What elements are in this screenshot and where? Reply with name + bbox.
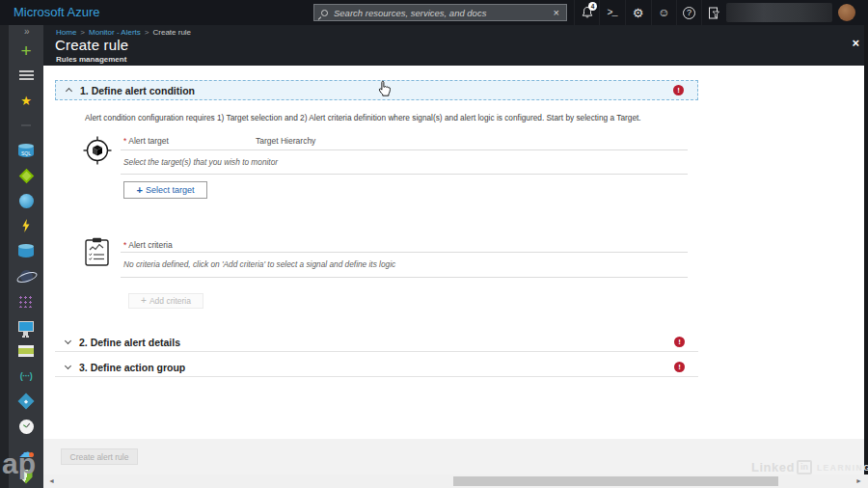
close-icon[interactable]: × (852, 36, 859, 50)
alert-target-icon (82, 135, 113, 166)
divider (121, 174, 688, 175)
managed-applications-icon (18, 168, 34, 183)
select-target-button[interactable]: + Select target (123, 181, 207, 199)
chevron-up-icon (66, 88, 72, 95)
all-services-icon (19, 70, 34, 80)
sql-database-icon (18, 145, 34, 157)
sidebar-item-billing[interactable] (9, 339, 43, 364)
sidebar-item-divider (9, 113, 43, 138)
alert-criteria-icon (84, 237, 110, 267)
notifications-button[interactable]: 4 (574, 0, 599, 25)
section-2-header[interactable]: 2. Define alert details ! (55, 333, 698, 352)
app-services-icon (19, 194, 34, 208)
sidebar-icon-list: +★(···)☁ (9, 38, 43, 488)
target-hierarchy-label: Target Hierarchy (256, 136, 315, 146)
blade-content: 1. Define alert condition ! Alert condit… (43, 66, 864, 488)
traffic-manager-icon (18, 393, 35, 410)
sidebar-item-app-services[interactable] (9, 188, 43, 213)
sidebar-item-database[interactable] (9, 238, 43, 263)
search-icon (321, 10, 328, 16)
section-3-header[interactable]: 3. Define action group ! (55, 358, 698, 377)
section-3-title: 3. Define action group (79, 362, 185, 373)
breadcrumb-separator: > (145, 28, 149, 37)
required-asterisk: * (123, 240, 126, 250)
user-account-blurred (726, 3, 832, 22)
help-button[interactable]: ? (676, 0, 701, 25)
watermark-left: ap (2, 449, 36, 478)
section-1-description: Alert condition configuration requires 1… (85, 113, 641, 122)
plus-icon: + (137, 185, 143, 196)
breadcrumb: Home>Monitor - Alerts>Create rule (56, 28, 191, 37)
horizontal-scrollbar[interactable]: ◄ ► (43, 474, 868, 488)
divider (121, 277, 688, 278)
divider (121, 149, 688, 150)
cloud-shell-button[interactable]: >_ (599, 0, 624, 25)
database-icon (18, 245, 34, 258)
sidebar-edge (0, 25, 9, 488)
cloud-shell-icon: >_ (607, 8, 616, 18)
section-2-title: 2. Define alert details (79, 337, 180, 348)
section-1-header[interactable]: 1. Define alert condition ! (55, 80, 698, 100)
sidebar-item-cosmos-db[interactable] (9, 263, 43, 288)
sidebar-item-function-apps[interactable] (9, 213, 43, 238)
sidebar-item-resource-groups[interactable] (9, 288, 43, 313)
breadcrumb-current: Create rule (152, 28, 191, 37)
chevron-down-icon (65, 363, 71, 369)
azure-logo[interactable]: Microsoft Azure (14, 5, 100, 19)
collapse-sidebar-icon[interactable]: » (24, 26, 30, 37)
scroll-left-icon[interactable]: ◄ (48, 477, 55, 484)
left-sidebar: » +★(···)☁ (0, 25, 43, 488)
settings-button[interactable]: ⚙ (625, 0, 650, 25)
sidebar-item-all-services[interactable] (9, 63, 43, 88)
cosmos-db-icon (20, 270, 33, 283)
monitor-service-icon (19, 420, 34, 434)
alert-target-placeholder: Select the target(s) that you wish to mo… (123, 157, 278, 167)
blade-footer: Create alert rule (43, 439, 864, 474)
add-criteria-button[interactable]: + Add criteria (128, 293, 203, 309)
breadcrumb-separator: > (80, 28, 85, 37)
scroll-right-icon[interactable]: ► (855, 477, 862, 484)
search-clear-icon[interactable]: × (554, 8, 559, 18)
page-title: Create rule (55, 37, 128, 53)
section-3-error-badge: ! (674, 362, 685, 372)
sidebar-item-favorites[interactable]: ★ (9, 88, 43, 113)
scrollbar-thumb[interactable] (453, 476, 778, 486)
search-placeholder: Search resources, services, and docs (334, 8, 554, 18)
plus-icon: + (141, 296, 147, 306)
directory-filter-button[interactable] (701, 0, 726, 25)
linkedin-learning-watermark: Linked in LEARNING (751, 460, 868, 474)
directory-filter-icon (708, 7, 720, 19)
avatar[interactable] (838, 4, 855, 21)
function-apps-icon (21, 219, 32, 232)
alert-criteria-placeholder: No criteria defined, click on 'Add crite… (123, 259, 395, 269)
section-1-error-badge: ! (673, 85, 684, 95)
sidebar-item-sql-database[interactable] (9, 138, 43, 163)
global-search-input[interactable]: Search resources, services, and docs × (313, 4, 567, 21)
blade-header: Home>Monitor - Alerts>Create rule Create… (43, 25, 868, 66)
sidebar-item-traffic-manager[interactable] (9, 389, 43, 414)
sidebar-item-virtual-machines[interactable] (9, 313, 43, 339)
sidebar-item-create-resource[interactable]: + (9, 38, 43, 63)
azure-portal-window: Microsoft Azure Search resources, servic… (0, 0, 868, 488)
sidebar-item-monitor-service[interactable] (9, 414, 43, 439)
sidebar-item-api-management[interactable]: (···) (9, 364, 43, 389)
chevron-down-icon (65, 338, 71, 344)
breadcrumb-home[interactable]: Home (56, 28, 76, 37)
sidebar-item-managed-applications[interactable] (9, 163, 43, 188)
top-bar: Microsoft Azure Search resources, servic… (0, 0, 868, 25)
virtual-machines-icon (18, 321, 34, 332)
section-2-error-badge: ! (674, 337, 685, 347)
breadcrumb-monitor-alerts[interactable]: Monitor - Alerts (89, 28, 141, 37)
right-edge (864, 25, 868, 474)
alert-criteria-label: *Alert criteria (123, 240, 173, 250)
notification-badge: 4 (588, 2, 597, 11)
billing-icon (18, 345, 34, 357)
divider (121, 252, 688, 253)
required-asterisk: * (123, 136, 126, 146)
resource-groups-icon (18, 295, 34, 308)
section-1-title: 1. Define alert condition (80, 85, 195, 96)
mouse-cursor (378, 80, 392, 97)
create-alert-rule-button[interactable]: Create alert rule (61, 448, 138, 465)
feedback-button[interactable]: ☺ (651, 0, 676, 25)
gear-icon: ⚙ (633, 6, 644, 20)
